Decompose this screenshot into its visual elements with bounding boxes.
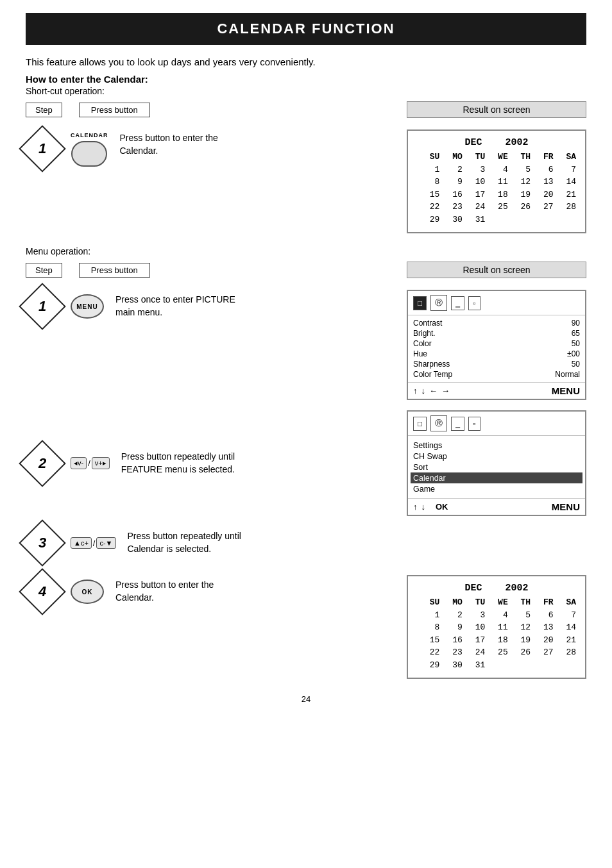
shortcut-step1-result: DEC 2002 SUMOTUWETHFRSA 1234567 89101112… (407, 129, 586, 233)
feature-menu-rows: Settings CH Swap Sort Calendar Game (408, 436, 585, 498)
cal-month-year: DEC 2002 (417, 137, 576, 148)
picture-menu-footer: ↑ ↓ ← → MENU (408, 382, 585, 399)
feature-sort: Sort (413, 462, 580, 472)
calendar-button-icon[interactable] (71, 141, 107, 167)
c-buttons-icon: ▲c+ / c-▼ (71, 537, 116, 549)
shortcut-step1-desc: Press button to enter theCalendar. (120, 132, 407, 157)
arrow-up-icon: ↑ (413, 386, 418, 396)
menu-step2-desc: Press button repeatedly untilFEATURE men… (121, 451, 407, 476)
feature-chswap: CH Swap (413, 451, 580, 462)
feat-icon-tv: □ (413, 417, 427, 431)
step2-menu-diamond: 2 (19, 440, 66, 487)
menu-button-icon[interactable]: MENU (71, 294, 104, 319)
cal2-grid: SUMOTUWETHFRSA 1234567 891011121314 1516… (417, 596, 576, 671)
menu-step4-result: DEC 2002 SUMOTUWETHFRSA 1234567 89101112… (407, 575, 586, 679)
result-col-label-1: Result on screen (407, 101, 586, 118)
menu-footer-label: MENU (552, 385, 580, 396)
feature-calendar: Calendar (411, 472, 582, 483)
feature-settings: Settings (413, 440, 580, 451)
step1-sc-diamond: 1 (19, 125, 66, 172)
menu-step3-desc: Press button repeatedly untilCalendar is… (128, 530, 407, 555)
picture-menu-rows: Contrast90 Bright.65 Color50 Hue±00 Shar… (408, 315, 585, 382)
c-minus-btn[interactable]: c-▼ (96, 537, 115, 549)
menu-step2-result: □ Ⓡ ⎯ ▫ Settings CH Swap Sort Calendar G… (407, 410, 586, 516)
result-col-label-2: Result on screen (407, 262, 586, 278)
arrow-left-icon: ← (429, 386, 438, 396)
step1-menu-diamond: 1 (19, 283, 66, 330)
feature-menu-footer: ↑ ↓ OK MENU (408, 498, 585, 515)
step-col-label-1: Step (26, 103, 62, 117)
menu-step1-result: □ Ⓡ ⎯ ▫ Contrast90 Bright.65 Color50 Hue… (407, 290, 586, 400)
c-plus-btn[interactable]: ▲c+ (71, 537, 92, 549)
step3-menu-diamond: 3 (19, 519, 66, 567)
feat-ok-label: OK (436, 502, 448, 512)
cal2-month-year: DEC 2002 (417, 583, 576, 594)
feat-icon-h: ⎯ (451, 417, 464, 431)
calendar-button-label: CALENDAR (71, 132, 108, 138)
step-col-label-2: Step (26, 263, 62, 278)
shortcut-step-1-row: 1 CALENDAR Press button to enter theCale… (26, 124, 586, 233)
section1-heading: How to enter the Calendar: (26, 74, 586, 85)
picture-menu-icons: □ Ⓡ ⎯ ▫ (408, 291, 585, 315)
menu-step4-desc: Press button to enter theCalendar. (115, 579, 407, 604)
section1-header-row: Step Press button Result on screen (26, 101, 586, 118)
intro-text: This feature allows you to look up days … (26, 56, 586, 67)
feat-icon-bell: Ⓡ (430, 415, 447, 431)
pic-icon-bell: Ⓡ (430, 295, 447, 311)
press-col-label-1: Press button (79, 103, 150, 117)
pic-icon-h: ⎯ (451, 296, 464, 310)
page-number: 24 (26, 694, 586, 704)
v-plus-btn[interactable]: v+▸ (92, 457, 110, 469)
menu-step-3-row: 3 ▲c+ / c-▼ Press button repeatedly unti… (26, 526, 586, 560)
feat-menu-label: MENU (552, 501, 580, 512)
section2-subheading: Menu operation: (26, 246, 586, 256)
cal-grid: SUMOTUWETHFRSA 1234567 891011121314 1516… (417, 151, 576, 226)
arrow-right-icon: → (441, 386, 450, 396)
section1-subheading: Short-cut operation: (26, 86, 586, 96)
feature-menu-icons: □ Ⓡ ⎯ ▫ (408, 412, 585, 436)
press-col-label-2: Press button (79, 263, 150, 278)
feature-game: Game (413, 483, 580, 494)
step4-menu-diamond: 4 (19, 568, 66, 615)
menu-step-1-row: 1 MENU Press once to enter PICTUREmain m… (26, 285, 586, 400)
menu-step1-desc: Press once to enter PICTUREmain menu. (115, 294, 407, 319)
v-minus-btn[interactable]: ◂v- (71, 457, 87, 469)
arrow-down-icon: ↓ (421, 386, 426, 396)
pic-icon-tv: □ (413, 296, 427, 310)
feat-arrow-down: ↓ (421, 502, 426, 512)
section2-header-row: Step Press button Result on screen (26, 262, 586, 278)
ok-button-icon[interactable]: OK (71, 580, 104, 604)
page-title: Calendar Function (26, 13, 586, 45)
pic-icon-monitor: ▫ (468, 296, 480, 310)
feat-arrow-up: ↑ (413, 502, 418, 512)
menu-step-4-row: 4 OK Press button to enter theCalendar. … (26, 570, 586, 679)
v-buttons-icon: ◂v- / v+▸ (71, 457, 110, 469)
feat-icon-monitor: ▫ (468, 417, 480, 431)
menu-step-2-row: 2 ◂v- / v+▸ Press button repeatedly unti… (26, 410, 586, 516)
